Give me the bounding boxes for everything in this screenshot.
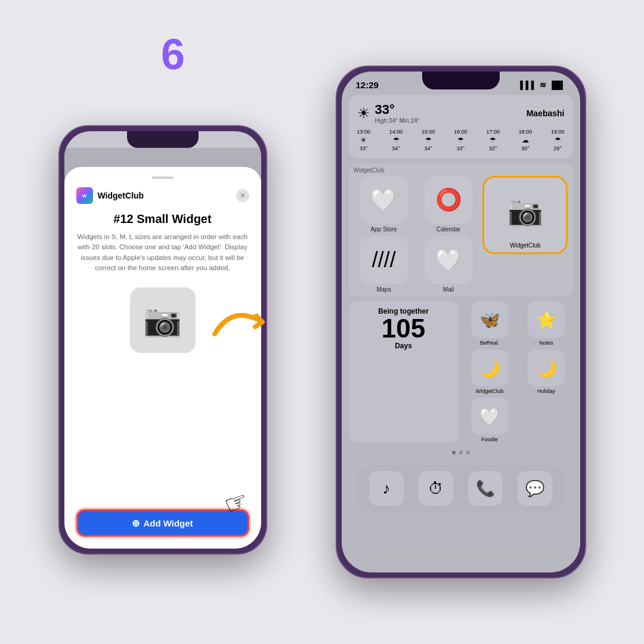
notes-icon: ⭐ bbox=[528, 301, 565, 338]
widgetclub-bottom-icon: 🌙 bbox=[471, 349, 508, 386]
holiday-icon: 🌙 bbox=[528, 349, 565, 386]
widget-preview: 📷 bbox=[130, 287, 196, 353]
city-name: Maebashi bbox=[527, 109, 565, 118]
weather-top: ☀ 33° High:34° Min:24° Maebashi bbox=[357, 102, 565, 124]
widget-camera-icon: 📷 bbox=[488, 181, 562, 241]
widgetclub-widget-label: WidgetClub bbox=[510, 242, 541, 249]
app-store-icon: 🤍 bbox=[360, 176, 408, 224]
notes-item[interactable]: ⭐ Notes bbox=[520, 301, 573, 346]
app-store-label: App Store bbox=[370, 226, 397, 233]
notes-label: Notes bbox=[539, 340, 553, 346]
weather-hours: 13:00 ☀ 33° 14:00 ☂ 34° 15:00 ☂ 34° bbox=[357, 129, 565, 151]
bereal-item[interactable]: 🦋 BeReal. bbox=[463, 301, 516, 346]
dock-messages[interactable]: 💬 bbox=[518, 471, 552, 506]
phone-icon: 📞 bbox=[476, 479, 495, 498]
bereal-icon: 🦋 bbox=[471, 301, 508, 338]
dock-music[interactable]: ♪ bbox=[369, 471, 404, 506]
calendar-label: Calendar bbox=[436, 226, 461, 233]
phone-right: 12:29 ▌▌▌ ≋ ▐█▌ ☀ 33° Hi bbox=[336, 66, 586, 578]
step-number: 6 bbox=[161, 30, 185, 79]
weather-icon-1300: ☀ bbox=[360, 136, 367, 144]
camera-icon: 📷 bbox=[143, 302, 182, 339]
page-dot-2 bbox=[459, 451, 463, 454]
close-button[interactable]: ✕ bbox=[236, 189, 249, 202]
hour-1400: 14:00 ☂ 34° bbox=[389, 129, 403, 151]
app-store-glyph: 🤍 bbox=[370, 187, 397, 212]
weather-icon-1800: ☁ bbox=[522, 136, 529, 144]
hour-1800: 18:00 ☁ 30° bbox=[519, 129, 532, 151]
weather-widget: ☀ 33° High:34° Min:24° Maebashi 13:00 ☀ bbox=[349, 95, 573, 159]
wifi-icon: ≋ bbox=[540, 80, 546, 89]
add-widget-button[interactable]: ⊕ Add Widget bbox=[76, 509, 249, 537]
mail-item[interactable]: 🤍 Mail bbox=[418, 236, 479, 293]
sheet-handle bbox=[152, 177, 174, 179]
messages-icon: 💬 bbox=[525, 479, 544, 498]
widgetclub-bottom-item[interactable]: 🌙 WidgetClub bbox=[463, 349, 516, 394]
maps-icon: //// bbox=[360, 236, 408, 284]
battery-icon: ▐█▌ bbox=[549, 80, 566, 89]
dock-phone[interactable]: 📞 bbox=[468, 471, 503, 506]
together-sub: Days bbox=[395, 342, 412, 350]
page-dots bbox=[349, 451, 573, 454]
widgetclub-section: WidgetClub 🤍 App Store ⭕ bbox=[349, 163, 573, 296]
middle-row: Being together 105 Days 🦋 BeReal. ⭐ Note… bbox=[349, 301, 573, 442]
weather-icon-1500: ☂ bbox=[425, 136, 432, 144]
music-icon: ♪ bbox=[383, 479, 391, 498]
sheet-header: W WidgetClub ✕ bbox=[76, 187, 249, 204]
page-dot-1 bbox=[452, 451, 456, 454]
weather-icon-1400: ☂ bbox=[393, 136, 400, 144]
page-dot-3 bbox=[466, 451, 470, 454]
notch-left bbox=[127, 131, 199, 148]
widgetclub-app-icon: W bbox=[76, 187, 93, 204]
bereal-label: BeReal. bbox=[480, 340, 499, 346]
foodie-label: Foodie bbox=[481, 436, 498, 442]
widgetclub-section-label: WidgetClub bbox=[354, 167, 568, 174]
calendar-item[interactable]: ⭕ Calendar bbox=[418, 176, 479, 233]
home-content: ☀ 33° High:34° Min:24° Maebashi 13:00 ☀ bbox=[342, 90, 580, 519]
calendar-icon: ⭕ bbox=[425, 176, 472, 224]
scene: 6 W WidgetClub ✕ #12 Small Widget Widget… bbox=[0, 0, 644, 644]
status-icons: ▌▌▌ ≋ ▐█▌ bbox=[520, 80, 565, 89]
temp-info: 33° High:34° Min:24° bbox=[375, 102, 420, 124]
status-time: 12:29 bbox=[356, 80, 379, 90]
temperature: 33° bbox=[375, 102, 420, 117]
direction-arrow-icon bbox=[209, 298, 268, 346]
sheet-app-name: WidgetClub bbox=[98, 191, 236, 200]
maps-glyph: //// bbox=[372, 247, 396, 273]
sheet-description: Widgets in S, M, L sizes are arranged in… bbox=[76, 232, 249, 273]
dock: ♪ ⏱ 📞 💬 bbox=[356, 465, 566, 512]
mail-glyph: 🤍 bbox=[435, 247, 462, 273]
calendar-glyph: ⭕ bbox=[435, 187, 462, 212]
widgetclub-grid: 🤍 App Store ⭕ Calendar bbox=[354, 176, 568, 293]
sheet-title: #12 Small Widget bbox=[113, 212, 211, 226]
foodie-icon: 🤍 bbox=[471, 398, 508, 435]
mail-icon: 🤍 bbox=[425, 236, 472, 284]
foodie-item[interactable]: 🤍 Foodie bbox=[463, 398, 516, 442]
hour-1500: 15:00 ☂ 34° bbox=[422, 129, 435, 151]
hour-1300: 13:00 ☀ 33° bbox=[357, 129, 371, 151]
mail-label: Mail bbox=[443, 286, 454, 293]
holiday-item[interactable]: 🌙 Holiday bbox=[520, 349, 573, 394]
together-widget: Being together 105 Days bbox=[349, 301, 459, 442]
temp-range: High:34° Min:24° bbox=[375, 117, 420, 124]
hour-1600: 16:00 ☂ 33° bbox=[454, 129, 467, 151]
widgetclub-large-widget[interactable]: 📷 WidgetClub bbox=[482, 176, 568, 254]
maps-label: Maps bbox=[376, 286, 391, 293]
weather-icon-1600: ☂ bbox=[457, 136, 464, 144]
clock-icon: ⏱ bbox=[428, 479, 444, 498]
holiday-label: Holiday bbox=[537, 388, 555, 394]
hour-1700: 17:00 ☂ 32° bbox=[486, 129, 500, 151]
widgetclub-bottom-label: WidgetClub bbox=[476, 388, 504, 394]
notch-right bbox=[422, 72, 500, 89]
mini-apps-grid: 🦋 BeReal. ⭐ Notes 🌙 WidgetClub 🌙 bbox=[463, 301, 573, 442]
dock-clock[interactable]: ⏱ bbox=[419, 471, 453, 506]
signal-icon: ▌▌▌ bbox=[520, 80, 537, 89]
app-store-item[interactable]: 🤍 App Store bbox=[354, 176, 414, 233]
weather-icon-1900: ☂ bbox=[555, 136, 561, 144]
together-days: 105 bbox=[382, 315, 425, 342]
weather-left: ☀ 33° High:34° Min:24° bbox=[357, 102, 420, 124]
plus-icon: ⊕ bbox=[132, 518, 140, 529]
hour-1900: 19:00 ☂ 29° bbox=[551, 129, 565, 151]
sun-icon: ☀ bbox=[357, 105, 370, 122]
maps-item[interactable]: //// Maps bbox=[354, 236, 414, 293]
